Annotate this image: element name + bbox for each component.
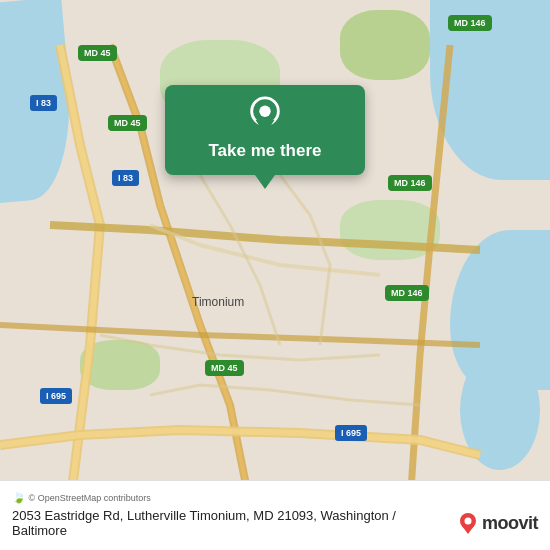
road-badge-i695-left: I 695 (40, 388, 72, 404)
svg-marker-4 (462, 526, 474, 534)
address-text: 2053 Eastridge Rd, Lutherville Timonium,… (12, 508, 449, 538)
moovit-pin-icon (459, 512, 477, 534)
svg-marker-2 (255, 120, 274, 135)
place-label-timonium: Timonium (192, 295, 244, 309)
address-row: 2053 Eastridge Rd, Lutherville Timonium,… (12, 508, 538, 538)
location-pin-icon (247, 95, 283, 135)
moovit-logo: moovit (459, 512, 538, 534)
road-badge-i695-right: I 695 (335, 425, 367, 441)
osm-leaf-icon: 🍃 (12, 491, 26, 504)
road-badge-md45-mid: MD 45 (108, 115, 147, 131)
map-container: I 83 MD 45 MD 45 MD 146 MD 146 I 83 MD 1… (0, 0, 550, 550)
road-badge-md146-lower: MD 146 (385, 285, 429, 301)
roads-layer (0, 0, 550, 550)
take-me-there-popup[interactable]: Take me there (165, 85, 365, 175)
bottom-bar: 🍃 © OpenStreetMap contributors 2053 East… (0, 480, 550, 550)
road-badge-md146-mid: MD 146 (388, 175, 432, 191)
road-badge-md45-top: MD 45 (78, 45, 117, 61)
road-badge-md146-top: MD 146 (448, 15, 492, 31)
svg-point-5 (464, 518, 471, 525)
osm-credit: 🍃 © OpenStreetMap contributors (12, 491, 538, 504)
road-badge-i83-mid: I 83 (112, 170, 139, 186)
road-badge-md45-lower: MD 45 (205, 360, 244, 376)
popup-label: Take me there (208, 141, 321, 161)
road-badge-i83-top: I 83 (30, 95, 57, 111)
svg-point-1 (259, 105, 270, 116)
moovit-text: moovit (482, 513, 538, 534)
